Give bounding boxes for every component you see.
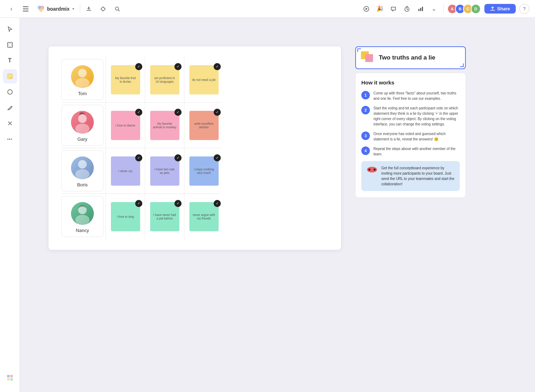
avatar-tom xyxy=(71,65,94,88)
step-num-2: 2 xyxy=(361,106,370,114)
svg-point-20 xyxy=(78,69,87,77)
person-card-nancy: Nancy xyxy=(61,196,103,237)
corner-br xyxy=(460,63,464,67)
svg-rect-9 xyxy=(418,9,419,11)
tool-connector[interactable] xyxy=(3,116,17,130)
step-num-3: 3 xyxy=(361,131,370,140)
sticky-cell-tom-2: ✓ am proficient in 10 languages xyxy=(145,57,184,102)
sticky-text-nancy-2: I have never had a pet before xyxy=(153,213,177,220)
brand-dropdown-icon[interactable]: ▾ xyxy=(72,7,74,11)
chart-button[interactable] xyxy=(415,3,426,15)
sticky-tom-3[interactable]: ✓ do not need a job xyxy=(189,65,219,94)
sticky-cell-boris-2: ✓ I have two cats as pets xyxy=(145,148,184,194)
brand-logo[interactable]: boardmix ▾ xyxy=(34,4,77,14)
person-card-tom: Tom xyxy=(61,59,103,100)
check-boris-3: ✓ xyxy=(214,154,221,161)
toolbar: ‹ boardmix ▾ 🎉 xyxy=(0,0,535,18)
check-tom-3: ✓ xyxy=(214,63,221,70)
sticky-cell-gary-1: ✓ I love to dance xyxy=(106,103,145,148)
svg-rect-16 xyxy=(7,375,10,377)
check-gary-1: ✓ xyxy=(135,109,142,116)
play-button[interactable] xyxy=(361,3,372,15)
svg-rect-1 xyxy=(23,9,29,9)
tool-pen[interactable] xyxy=(3,100,17,115)
sticky-tom-1[interactable]: ✓ My favorite fruit is durian xyxy=(111,65,140,94)
more-dropdown-button[interactable]: ⌄ xyxy=(428,3,440,15)
tool-cursor[interactable] xyxy=(3,22,17,36)
person-card-boris: Boris xyxy=(61,150,103,191)
sticky-nancy-1[interactable]: ✓ I love to sing xyxy=(111,202,140,231)
sticky-boris-1[interactable]: ✓ I never cry xyxy=(111,156,140,186)
menu-button[interactable] xyxy=(20,3,31,15)
board-container: Tom ✓ My favorite fruit is durian ✓ am p… xyxy=(49,46,341,250)
sticky-text-boris-1: I never cry xyxy=(118,169,133,173)
sticky-nancy-3[interactable]: ✓ never argue with my friends xyxy=(189,202,219,231)
sticky-text-gary-2: My favorite animal is monkey xyxy=(153,122,177,129)
comment-button[interactable] xyxy=(388,3,399,15)
sticky-gary-3[interactable]: ✓ write excellent articles xyxy=(189,111,219,140)
promo-icon xyxy=(366,166,378,175)
tool-sticky[interactable] xyxy=(3,69,17,83)
back-button[interactable]: ‹ xyxy=(6,3,17,15)
check-nancy-2: ✓ xyxy=(174,200,182,207)
avatar-group: A B C D xyxy=(447,4,481,14)
person-name-nancy: Nancy xyxy=(76,228,89,233)
board-grid: Tom ✓ My favorite fruit is durian ✓ am p… xyxy=(59,57,330,239)
tool-text[interactable]: T xyxy=(3,53,17,68)
sticky-text-boris-3: I enjoy cooking very much xyxy=(192,167,216,175)
sidebar-bottom xyxy=(3,371,17,388)
sticky-text-gary-3: write excellent articles xyxy=(192,122,216,129)
tool-template[interactable] xyxy=(3,371,17,385)
two-truths-title-card: Two truths and a lie xyxy=(355,46,466,69)
avatar-4: D xyxy=(471,4,481,14)
sticky-text-tom-2: am proficient in 10 languages xyxy=(153,76,177,83)
two-truths-icon xyxy=(361,51,375,64)
person-name-gary: Gary xyxy=(77,136,87,142)
sticky-nancy-2[interactable]: ✓ I have never had a pet before xyxy=(150,202,179,231)
sticky-tom-2[interactable]: ✓ am proficient in 10 languages xyxy=(150,65,179,94)
svg-rect-12 xyxy=(7,42,12,47)
sticky-text-tom-3: do not need a job xyxy=(192,78,216,82)
sticky-gary-2[interactable]: ✓ My favorite animal is monkey xyxy=(150,111,179,140)
help-button[interactable]: ? xyxy=(519,4,529,14)
sticky-cell-boris-1: ✓ I never cry xyxy=(106,148,145,194)
step-num-1: 1 xyxy=(361,91,370,99)
tool-frame[interactable] xyxy=(3,38,17,52)
promo-text: Get the full conceptboard experience by … xyxy=(381,165,455,187)
celebrate-button[interactable]: 🎉 xyxy=(374,3,386,15)
sticky-boris-2[interactable]: ✓ I have two cats as pets xyxy=(150,156,179,186)
step-text-4: Repeat the steps above with another memb… xyxy=(373,146,460,157)
sticky-boris-3[interactable]: ✓ I enjoy cooking very much xyxy=(189,156,219,186)
toolbar-divider-2 xyxy=(443,5,444,13)
svg-rect-14 xyxy=(7,74,12,79)
svg-point-27 xyxy=(75,215,90,225)
svg-point-24 xyxy=(78,160,87,169)
search-button[interactable] xyxy=(112,3,123,15)
check-nancy-3: ✓ xyxy=(214,200,221,207)
sticky-cell-nancy-1: ✓ I love to sing xyxy=(106,194,145,239)
promo-card: Get the full conceptboard experience by … xyxy=(361,161,460,191)
sticky-text-nancy-3: never argue with my friends xyxy=(192,213,216,220)
sticky-cell-nancy-3: ✓ never argue with my friends xyxy=(184,194,223,239)
step-item-1: 1 Come up with three "facts" about yours… xyxy=(361,91,460,101)
brand-icon xyxy=(37,5,45,13)
toolbar-right-icons: 🎉 ⌄ xyxy=(361,3,440,15)
corner-tl xyxy=(357,48,361,52)
tag-button[interactable] xyxy=(97,3,109,15)
tool-shape[interactable] xyxy=(3,85,17,99)
timer-button[interactable] xyxy=(401,3,413,15)
share-label: Share xyxy=(497,6,510,11)
step-num-4: 4 xyxy=(361,146,370,155)
share-button[interactable]: Share xyxy=(484,4,516,14)
how-it-works-title: How it works xyxy=(361,79,460,86)
svg-rect-11 xyxy=(422,7,423,11)
sticky-gary-1[interactable]: ✓ I love to dance xyxy=(111,111,140,140)
avatar-boris xyxy=(71,156,94,179)
export-button[interactable] xyxy=(83,3,95,15)
tool-more[interactable]: ••• xyxy=(3,132,17,146)
toolbar-divider-1 xyxy=(80,5,80,13)
avatar-gary xyxy=(71,111,94,134)
svg-rect-13 xyxy=(9,43,11,46)
svg-rect-0 xyxy=(23,6,29,7)
svg-rect-2 xyxy=(23,11,29,11)
